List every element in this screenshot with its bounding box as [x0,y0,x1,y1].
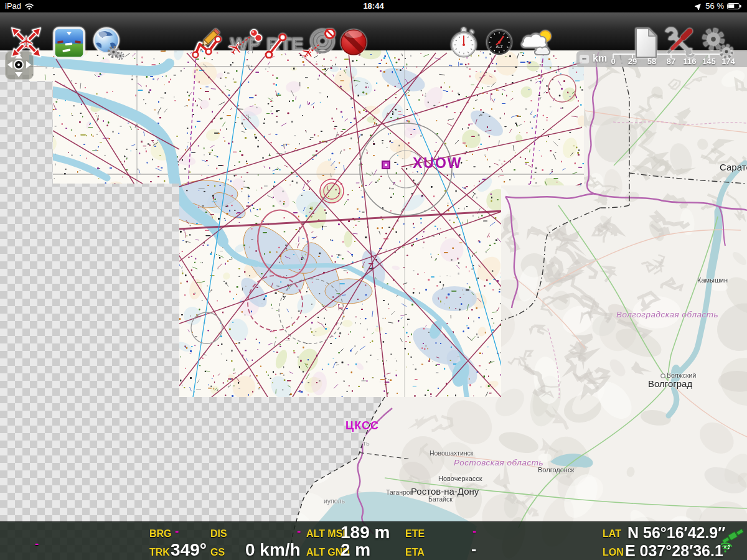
nav-data-bar: - BRG - DIS TRK 349° GS 0 km/h - ALT MSL… [0,521,747,560]
center-position-dot-icon [14,60,24,70]
chart-waypoint-square-marker [382,161,390,169]
tools-button[interactable] [664,27,696,58]
ete-value: - [472,525,476,538]
city-label-rostov-na-donu: Ростов-на-Дону [411,486,479,497]
city-label-bataysk: Батайск [428,495,453,503]
label-partial-text: ть [363,439,370,447]
route-edit-button[interactable] [190,29,225,58]
battery-icon [727,2,742,10]
ios-status-bar: iPad 18:44 56 % [0,0,747,12]
clock-label: 18:44 [0,1,747,11]
region-label-volgograd-oblast: Волгоградская область [616,310,718,319]
route-button[interactable]: RTE [264,29,303,58]
globe-settings-button[interactable] [91,26,125,60]
altimeter-button[interactable]: ALT [486,29,513,56]
city-label-kamyshin: Камышин [697,276,728,284]
eta-value: - [471,540,476,558]
map-tiles-canvas [0,0,747,560]
city-label-mariupol-partial: иуполь [324,497,345,505]
chart-label-xuow: XUOW [413,155,463,172]
ete-label: ETE [405,528,425,539]
region-label-rostov-oblast: Ростовская область [454,458,543,467]
trk-label: TRK [149,547,170,558]
fit-plane-button[interactable] [10,26,42,58]
city-label-novocherkassk: Новочеркасск [438,475,482,482]
gps-satellite-icon [721,527,745,554]
stopwatch-button[interactable] [449,27,478,58]
lon-value: E 037°28′36.1″ [625,542,731,560]
app-screen: Саратов Камышин Волгоградская область Во… [0,0,747,560]
brg-value: - [175,525,179,538]
location-services-icon [695,2,702,10]
document-button[interactable] [632,27,659,58]
city-label-volgograd: Волгоград [648,378,692,389]
city-label-volgodonsk: Волгодонск [538,466,574,474]
brg-label: BRG [149,528,172,539]
battery-percent-label: 56 % [705,1,724,11]
lat-label: LAT [603,528,621,539]
gs-label: GS [210,547,225,558]
map-3d-view-button[interactable] [52,26,86,60]
nav-left-flag: - [35,537,39,551]
city-label-volzhsky: Волжский [667,371,696,379]
map-features-layer [0,0,747,560]
trk-value: 349° [171,540,207,560]
chart-label-ckss: ЦКСС [345,419,379,432]
weather-button[interactable] [519,29,554,57]
stop-navigation-button[interactable] [337,26,370,58]
pan-right-arrow-icon [26,61,31,68]
osm-features [293,52,747,560]
pan-left-arrow-icon [7,61,12,68]
pan-down-arrow-icon [15,72,22,77]
city-label-taganrog: Таганрог [386,488,413,496]
dis-label: DIS [210,528,227,539]
eta-label: ETA [405,547,425,558]
map-viewport[interactable]: Саратов Камышин Волгоградская область Во… [0,0,747,560]
main-toolbar: WP RTE [0,12,747,50]
chart-features [29,50,584,397]
alt-msl-flag: - [297,525,301,538]
direct-to-cancel-button[interactable] [303,29,337,58]
alt-gnd-value: 2 m [341,540,370,560]
lon-label: LON [603,547,624,558]
settings-gears-button[interactable] [701,27,733,58]
gs-value: 0 km/h [245,540,301,560]
svg-text:ALT: ALT [496,45,503,49]
lat-value: N 56°16′42.9″ [627,524,725,542]
city-label-saratov: Саратов [720,162,747,172]
scale-tick-label: 0 [604,57,622,66]
city-label-novoshakhtinsk: Новошахтинск [430,449,473,457]
waypoint-button[interactable]: WP [227,29,264,58]
